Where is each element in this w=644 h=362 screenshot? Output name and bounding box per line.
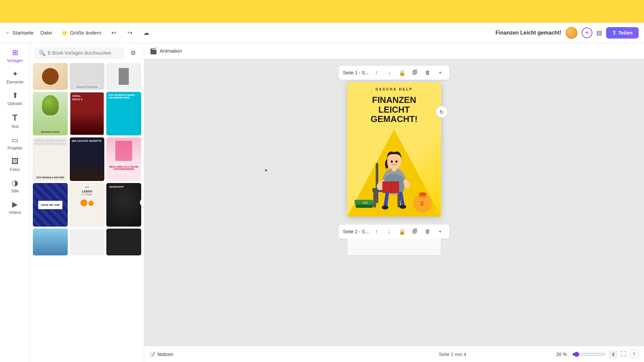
template-card[interactable]: Sascha Profname	[70, 63, 105, 90]
project-title: Finanzen Leicht gemacht!	[495, 30, 561, 36]
cloud-icon: ☁	[143, 29, 149, 37]
uploads-icon: ⬆	[12, 91, 18, 100]
page1-toolbar: Seite 1 - S... ↑ ↓ 🔒 🗐 🗑 +	[339, 66, 449, 80]
svg-point-6	[387, 153, 401, 169]
notes-icon: 📝	[150, 352, 155, 357]
canvas-refresh-button[interactable]: ↻	[436, 106, 448, 118]
sidebar-item-stile[interactable]: ◑ Stile	[2, 176, 29, 196]
add-collaborator-button[interactable]: +	[582, 27, 592, 38]
template-card[interactable]: EIN LEBEN in Orange	[70, 183, 105, 227]
template-card[interactable]	[33, 63, 68, 90]
template-grid: Sascha Profname Gesund Leben	[33, 63, 141, 255]
redo-button[interactable]: ↪	[124, 27, 136, 39]
svg-point-12	[395, 161, 397, 163]
page-lock-button[interactable]: 🔒	[397, 68, 407, 78]
undo-icon: ↩	[111, 29, 116, 37]
sidebar-item-elemente[interactable]: ✦ Elemente	[2, 67, 29, 87]
sidebar-item-projekte[interactable]: ▭ Projekte	[2, 133, 29, 153]
sidebar-item-fotos[interactable]: 🖼 Fotos	[2, 155, 29, 175]
svg-point-10	[399, 205, 406, 209]
template-card[interactable]	[33, 229, 68, 255]
undo-button[interactable]: ↩	[108, 27, 120, 39]
search-icon: 🔍	[39, 50, 46, 56]
back-label: Startseite	[12, 30, 34, 36]
zoom-slider[interactable]	[572, 352, 606, 357]
top-banner	[0, 0, 644, 23]
sidebar-item-uploads[interactable]: ⬆ Uploads	[2, 88, 29, 109]
template-card[interactable]: DER MINIMALE BÄCKER	[33, 137, 68, 181]
page-down-button[interactable]: ↓	[384, 68, 394, 78]
sidebar-label-elemente: Elemente	[6, 80, 23, 84]
projekte-icon: ▭	[11, 136, 18, 144]
avatar	[566, 27, 578, 39]
sidebar-item-vorlagen[interactable]: ⊞ Vorlagen	[2, 46, 29, 66]
template-card[interactable]: MEIN LEBEN ALS ONLINE UNTERNEHMERIN	[106, 137, 141, 181]
videos-icon: ▶	[12, 200, 18, 209]
help-button[interactable]: ?	[629, 350, 639, 359]
cloud-save-button[interactable]: ☁	[140, 27, 152, 39]
template-card[interactable]: Gesund Leben	[33, 92, 68, 135]
help-icon: ?	[633, 352, 635, 357]
panel-search-area: 🔍 ⚙	[30, 43, 144, 63]
page-add-button[interactable]: +	[435, 68, 445, 78]
animation-bar: 🎬 Animation	[144, 43, 644, 59]
svg-rect-15	[356, 205, 373, 208]
page2-lock-button[interactable]: 🔒	[397, 227, 407, 237]
page-copy-button[interactable]: 🗐	[410, 68, 420, 78]
fullscreen-icon: ⛶	[621, 351, 627, 357]
page-delete-button[interactable]: 🗑	[423, 68, 433, 78]
main-layout: ⊞ Vorlagen ✦ Elemente ⬆ Uploads T Text ▭…	[0, 43, 644, 362]
notes-label: Notizen	[157, 352, 173, 357]
template-card[interactable]: SEHNSUCHT	[106, 183, 141, 227]
template-card[interactable]: 365 LEICHTE REZEPTE	[70, 137, 105, 181]
back-icon: ←	[5, 30, 10, 36]
sidebar-item-text[interactable]: T Text	[2, 110, 29, 132]
page2-add-button[interactable]: +	[435, 227, 445, 237]
back-button[interactable]: ← Startseite	[5, 30, 34, 36]
elemente-icon: ✦	[12, 70, 18, 78]
template-card[interactable]: GEHE MIT IHM	[33, 183, 68, 227]
book-cover[interactable]: SASCHA DELP FINANZENLEICHTGEMACHT!	[347, 82, 441, 217]
sidebar-label-fotos: Fotos	[10, 167, 20, 172]
canvas-viewport[interactable]: Seite 1 - S... ↑ ↓ 🔒 🗐 🗑 + SASCHA DELP	[144, 59, 644, 346]
page2-copy-button[interactable]: 🗐	[410, 227, 420, 237]
search-box: 🔍	[35, 47, 124, 59]
search-input[interactable]	[48, 50, 120, 56]
template-card[interactable]	[106, 63, 141, 90]
filter-button[interactable]: ⚙	[127, 47, 139, 59]
canvas-area: 🎬 Animation Seite 1 - S... ↑ ↓ 🔒 🗐 🗑 +	[144, 43, 644, 362]
page2-down-button[interactable]: ↓	[384, 227, 394, 237]
template-card[interactable]	[70, 229, 105, 255]
sidebar-label-projekte: Projekte	[7, 146, 22, 150]
svg-text:$$$: $$$	[363, 201, 368, 204]
page2-up-button[interactable]: ↑	[372, 227, 382, 237]
refresh-icon: ↻	[439, 109, 444, 115]
fullscreen-button[interactable]: ⛶	[621, 351, 627, 358]
svg-point-9	[382, 205, 388, 209]
cover-illustration: $$$ $	[347, 129, 441, 217]
pages-count-button[interactable]: 4	[608, 350, 618, 358]
template-card[interactable]	[106, 229, 141, 255]
svg-rect-0	[376, 163, 378, 203]
resize-label: Größe ändern	[70, 30, 101, 36]
sidebar-item-videos[interactable]: ▶ Videos	[2, 197, 29, 218]
cover-author: SASCHA DELP	[347, 82, 441, 93]
chart-icon: ▤	[596, 29, 602, 36]
sidebar-label-uploads: Uploads	[7, 101, 22, 106]
notes-button[interactable]: 📝 Notizen	[150, 352, 173, 357]
animation-label: Animation	[160, 48, 182, 54]
resize-button[interactable]: 🌟 Größe ändern	[59, 28, 104, 37]
file-menu[interactable]: Datei	[38, 28, 55, 37]
page2-partial	[347, 239, 441, 255]
vorlagen-icon: ⊞	[12, 48, 18, 57]
page2-container: Seite 2 - S... ↑ ↓ 🔒 🗐 🗑 +	[339, 225, 449, 255]
template-card[interactable]: DAS TAGEBUCH EINES UNI-ABBRECHERS	[106, 92, 141, 135]
share-button[interactable]: ⇧ Teilen	[606, 27, 639, 39]
page1-container: Seite 1 - S... ↑ ↓ 🔒 🗐 🗑 + SASCHA DELP	[339, 66, 449, 217]
template-card[interactable]: FATAL:BUCH 1	[70, 92, 105, 135]
page-up-button[interactable]: ↑	[372, 68, 382, 78]
page2-toolbar: Seite 2 - S... ↑ ↓ 🔒 🗐 🗑 +	[339, 225, 449, 239]
analytics-button[interactable]: ▤	[596, 29, 602, 37]
share-icon: ⇧	[612, 30, 616, 36]
page2-delete-button[interactable]: 🗑	[423, 227, 433, 237]
